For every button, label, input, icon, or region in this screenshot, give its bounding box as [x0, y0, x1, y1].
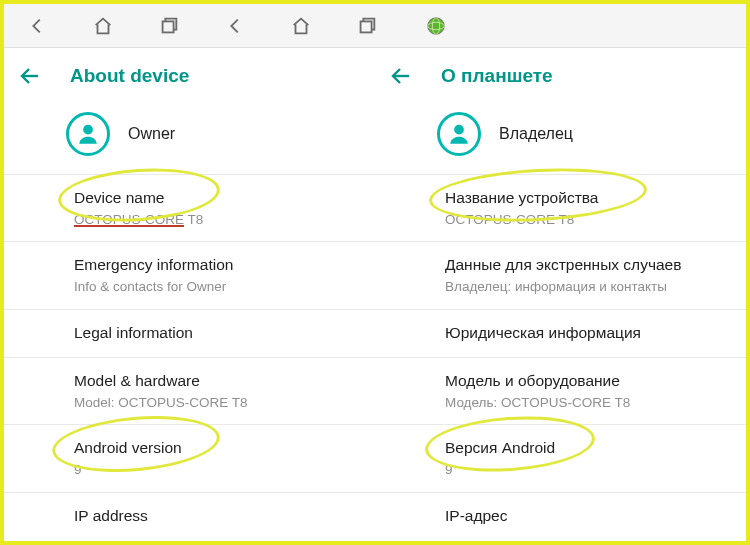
settings-list: Название устройстваOCTOPUS-CORE T8Данные… — [375, 175, 746, 540]
item-subtitle: OCTOPUS-CORE T8 — [74, 211, 375, 229]
item-subtitle: Владелец: информация и контакты — [445, 278, 746, 296]
settings-item[interactable]: Версия Android9 — [375, 425, 746, 491]
item-title: Данные для экстренных случаев — [445, 255, 746, 276]
item-title: Версия Android — [445, 438, 746, 459]
item-subtitle: 9 — [74, 461, 375, 479]
settings-item[interactable]: Название устройстваOCTOPUS-CORE T8 — [375, 175, 746, 241]
settings-item[interactable]: Device nameOCTOPUS-CORE T8 — [4, 175, 375, 241]
about-device-panel-en: About device Owner Device nameOCTOPUS-CO… — [4, 48, 375, 541]
settings-item[interactable]: Legal information — [4, 310, 375, 357]
panel-header: О планшете — [375, 48, 746, 104]
item-title: Model & hardware — [74, 371, 375, 392]
owner-label: Владелец — [499, 125, 573, 143]
settings-item[interactable]: Model & hardwareModel: OCTOPUS-CORE T8 — [4, 358, 375, 424]
item-subtitle: Модель: OCTOPUS-CORE T8 — [445, 394, 746, 412]
owner-label: Owner — [128, 125, 175, 143]
settings-item[interactable]: Android version9 — [4, 425, 375, 491]
nav-recent-icon[interactable] — [150, 7, 188, 45]
item-subtitle: OCTOPUS-CORE T8 — [445, 211, 746, 229]
panel-header: About device — [4, 48, 375, 104]
settings-item[interactable]: IP-адрес — [375, 493, 746, 540]
item-title: Юридическая информация — [445, 323, 746, 344]
item-subtitle: 9 — [445, 461, 746, 479]
item-subtitle: Info & contacts for Owner — [74, 278, 375, 296]
svg-point-2 — [428, 17, 445, 34]
avatar-icon — [66, 112, 110, 156]
owner-row[interactable]: Owner — [4, 104, 375, 174]
settings-item[interactable]: Emergency informationInfo & contacts for… — [4, 242, 375, 308]
svg-point-8 — [454, 125, 464, 135]
item-title: Название устройства — [445, 188, 746, 209]
svg-rect-1 — [361, 21, 372, 32]
page-title: О планшете — [441, 65, 553, 87]
item-title: Модель и оборудование — [445, 371, 746, 392]
system-toolbar — [4, 4, 746, 48]
settings-item[interactable]: Данные для экстренных случаевВладелец: и… — [375, 242, 746, 308]
settings-list: Device nameOCTOPUS-CORE T8Emergency info… — [4, 175, 375, 540]
item-title: Android version — [74, 438, 375, 459]
svg-rect-0 — [163, 21, 174, 32]
item-title: Device name — [74, 188, 375, 209]
back-arrow-icon[interactable] — [389, 64, 413, 88]
nav-recent-icon[interactable] — [348, 7, 386, 45]
settings-item[interactable]: Модель и оборудованиеМодель: OCTOPUS-COR… — [375, 358, 746, 424]
item-title: IP address — [74, 506, 375, 527]
avatar-icon — [437, 112, 481, 156]
globe-icon[interactable] — [414, 7, 452, 45]
item-subtitle: Model: OCTOPUS-CORE T8 — [74, 394, 375, 412]
nav-back-icon[interactable] — [216, 7, 254, 45]
settings-item[interactable]: IP address — [4, 493, 375, 540]
svg-point-6 — [83, 125, 93, 135]
nav-home-icon[interactable] — [84, 7, 122, 45]
nav-home-icon[interactable] — [282, 7, 320, 45]
back-arrow-icon[interactable] — [18, 64, 42, 88]
page-title: About device — [70, 65, 189, 87]
nav-back-icon[interactable] — [18, 7, 56, 45]
item-title: Legal information — [74, 323, 375, 344]
about-device-panel-ru: О планшете Владелец Название устройстваO… — [375, 48, 746, 541]
owner-row[interactable]: Владелец — [375, 104, 746, 174]
item-title: IP-адрес — [445, 506, 746, 527]
item-title: Emergency information — [74, 255, 375, 276]
settings-item[interactable]: Юридическая информация — [375, 310, 746, 357]
